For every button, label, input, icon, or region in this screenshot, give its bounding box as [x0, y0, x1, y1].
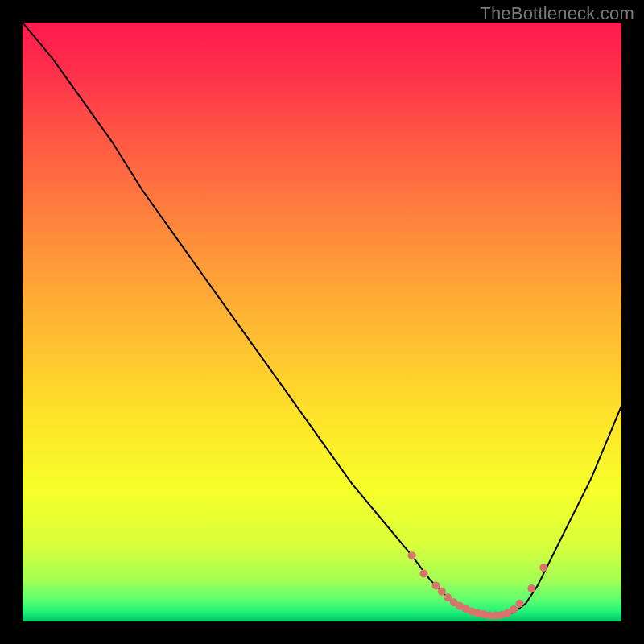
- optimal-marker: [420, 570, 428, 578]
- optimal-marker: [510, 605, 518, 613]
- optimal-marker: [539, 564, 547, 572]
- optimal-marker: [431, 581, 440, 589]
- optimal-marker: [408, 551, 416, 559]
- optimal-marker: [516, 600, 524, 608]
- attribution-label: TheBottleneck.com: [480, 3, 634, 24]
- gradient-background: [23, 23, 621, 621]
- optimal-marker: [527, 584, 535, 592]
- bottleneck-chart: [23, 23, 621, 621]
- optimal-marker: [438, 588, 446, 596]
